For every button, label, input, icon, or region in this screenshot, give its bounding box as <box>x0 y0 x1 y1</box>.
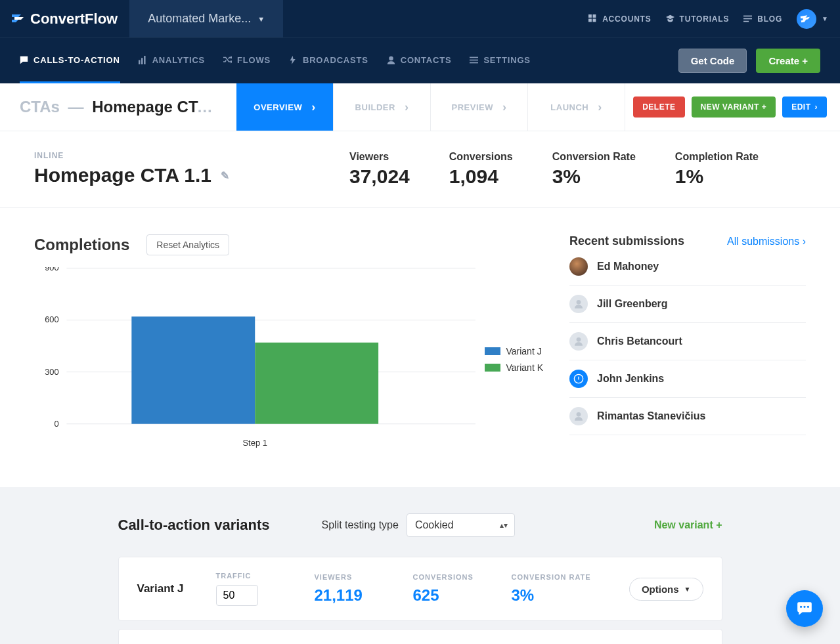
nav-settings[interactable]: SETTINGS <box>470 38 530 83</box>
chat-fab[interactable] <box>786 590 823 627</box>
legend-label: Variant J <box>506 346 541 356</box>
nav-analytics[interactable]: ANALYTICS <box>139 38 205 83</box>
nav-accounts[interactable]: ACCOUNTS <box>588 14 651 24</box>
bar-chart: 0300600900 <box>34 267 475 431</box>
stat-comp-rate-value: 1% <box>675 165 759 188</box>
caret-down-icon: ▼ <box>684 586 691 593</box>
brand-name: ConvertFlow <box>30 11 118 28</box>
submission-row[interactable]: John Jenkins <box>569 360 806 398</box>
svg-point-10 <box>389 56 393 60</box>
navbar: CALLS-TO-ACTION ANALYTICS FLOWS BROADCAS… <box>0 37 840 83</box>
avatar <box>569 370 588 388</box>
stat-conversions-value: 1,094 <box>449 165 513 188</box>
variants-title: Call-to-action variants <box>118 517 322 534</box>
lines-icon <box>743 14 752 23</box>
variant-options-button[interactable]: Options ▼ <box>629 578 703 601</box>
svg-rect-3 <box>593 19 596 22</box>
stat-conv-rate-value: 3% <box>552 165 636 188</box>
nav-blog[interactable]: BLOG <box>743 14 782 24</box>
grid-icon <box>588 14 597 23</box>
legend-item[interactable]: Variant K <box>485 362 543 373</box>
tab-launch[interactable]: LAUNCH <box>528 83 625 131</box>
all-submissions-label: All submissions <box>727 236 799 247</box>
nav-right: Get Code Create + <box>678 49 820 73</box>
variant-conversions: CONVERSIONS625 <box>413 573 512 605</box>
split-testing-select[interactable]: Cookied ▴▾ <box>407 513 515 537</box>
graduation-icon <box>666 14 674 23</box>
breadcrumb-root[interactable]: CTAs <box>20 98 60 116</box>
tab-builder[interactable]: BUILDER <box>334 83 431 131</box>
create-button[interactable]: Create + <box>756 49 820 73</box>
completions-header: Completions Reset Analytics <box>34 234 543 255</box>
bar-chart-icon <box>139 56 147 64</box>
variant-viewers: VIEWERS21,119 <box>315 573 413 605</box>
svg-rect-8 <box>141 58 143 64</box>
variant-rate-label: CONVERSION RATE <box>512 573 610 581</box>
nav-flows[interactable]: FLOWS <box>223 38 271 83</box>
completions-panel: Completions Reset Analytics 0300600900 S… <box>34 234 543 448</box>
topbar: ConvertFlow Automated Marke... ▼ ACCOUNT… <box>0 0 840 37</box>
chevron-right-icon <box>502 100 507 114</box>
cta-name: Homepage CTA 1.1 ✎ <box>34 164 349 186</box>
variants-list: Variant JTRAFFICVIEWERS21,119CONVERSIONS… <box>118 557 722 644</box>
tab-preview[interactable]: PREVIEW <box>431 83 528 131</box>
nav-ctas[interactable]: CALLS-TO-ACTION <box>20 38 120 83</box>
edit-button[interactable]: EDIT› <box>782 97 827 118</box>
all-submissions-link[interactable]: All submissions › <box>727 236 806 247</box>
tab-overview[interactable]: OVERVIEW <box>236 83 334 131</box>
chevron-right-icon <box>598 100 602 114</box>
cta-type: INLINE <box>34 151 349 160</box>
breadcrumb-title: Homepage CTA 1.1... <box>92 98 217 116</box>
nav-broadcasts[interactable]: BROADCASTS <box>289 38 368 83</box>
convertflow-icon <box>12 13 26 25</box>
variants-inner: Call-to-action variants Split testing ty… <box>118 513 722 644</box>
brand-logo[interactable]: ConvertFlow <box>0 0 129 37</box>
user-avatar[interactable] <box>797 9 816 29</box>
workspace-switcher[interactable]: Automated Marke... ▼ <box>129 0 283 37</box>
chat-bubble-icon <box>796 600 813 617</box>
stat-conversions: Conversions 1,094 <box>449 151 513 188</box>
user-icon <box>387 56 395 64</box>
recent-head: Recent submissions All submissions › <box>569 234 806 248</box>
svg-rect-12 <box>470 59 478 60</box>
pencil-icon[interactable]: ✎ <box>221 169 229 182</box>
tab-preview-label: PREVIEW <box>452 102 493 112</box>
submission-row[interactable]: Ed Mahoney <box>569 248 806 286</box>
reset-analytics-button[interactable]: Reset Analytics <box>146 234 229 255</box>
get-code-button[interactable]: Get Code <box>678 49 747 73</box>
nav-tutorials[interactable]: TUTORIALS <box>666 14 730 24</box>
caret-down-icon[interactable]: ▼ <box>822 15 828 22</box>
nav-contacts[interactable]: CONTACTS <box>387 38 452 83</box>
submission-name: Chris Betancourt <box>597 335 682 347</box>
nav-contacts-label: CONTACTS <box>401 55 452 65</box>
submission-name: Ed Mahoney <box>597 261 659 272</box>
legend-swatch <box>485 347 500 355</box>
cta-name-text: Homepage CTA 1.1 <box>34 164 211 186</box>
svg-rect-22 <box>131 316 255 423</box>
legend-swatch <box>485 364 500 372</box>
variants-head: Call-to-action variants Split testing ty… <box>118 513 722 537</box>
delete-button[interactable]: DELETE <box>633 97 684 118</box>
variant-conversions-value: 625 <box>413 586 512 605</box>
variant-name: Variant J <box>137 582 216 595</box>
svg-rect-23 <box>255 343 378 424</box>
avatar <box>569 332 588 351</box>
submission-row[interactable]: Jill Greenberg <box>569 286 806 323</box>
select-caret-icon: ▴▾ <box>500 521 508 530</box>
submission-row[interactable]: Chris Betancourt <box>569 323 806 360</box>
variant-card: TRAFFICVIEWERSCONVERSIONSCONVERSION RATE <box>118 629 722 644</box>
svg-rect-9 <box>144 56 145 64</box>
submission-row[interactable]: Rimantas Stanevičius <box>569 398 806 435</box>
chat-icon <box>20 56 28 64</box>
nav-settings-label: SETTINGS <box>483 55 530 65</box>
completions-title: Completions <box>34 236 129 254</box>
legend-item[interactable]: Variant J <box>485 346 543 356</box>
breadcrumb: CTAs — Homepage CTA 1.1... <box>20 98 217 116</box>
new-variant-link[interactable]: New variant + <box>654 519 722 531</box>
chevron-right-icon: › <box>815 102 818 112</box>
svg-point-28 <box>577 412 581 417</box>
tab-launch-label: LAUNCH <box>550 102 588 112</box>
traffic-input[interactable] <box>216 585 258 606</box>
new-variant-button[interactable]: NEW VARIANT + <box>692 97 776 118</box>
subbar: CTAs — Homepage CTA 1.1... OVERVIEW BUIL… <box>0 83 840 131</box>
